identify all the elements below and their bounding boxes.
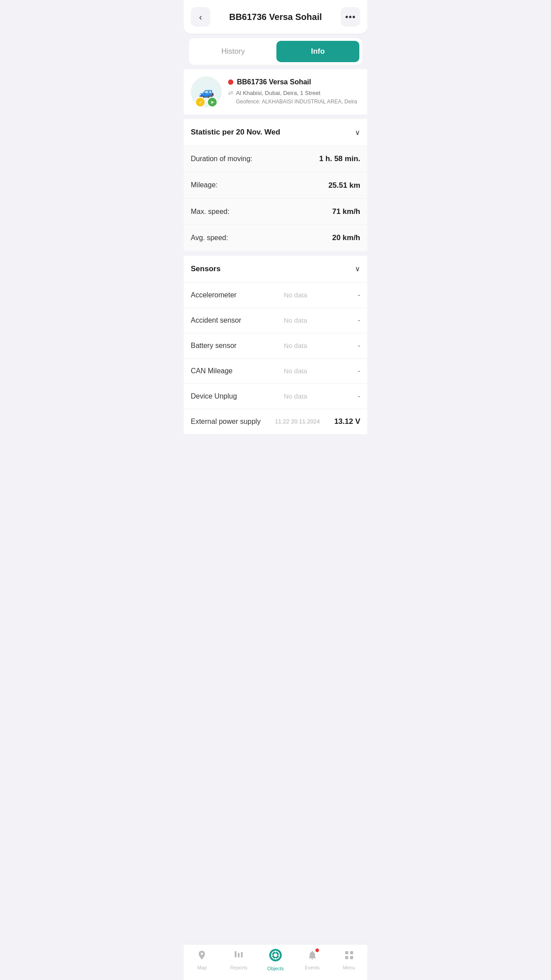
sensor-label: CAN Mileage — [191, 367, 248, 375]
sensor-value: - — [342, 341, 360, 350]
vehicle-name: BB61736 Versa Sohail — [237, 78, 311, 86]
location-row: ⇄ Al Khabisi, Dubai, Deira, 1 Street Geo… — [228, 89, 360, 106]
sensor-status: 11:22 20.11.2024 — [260, 418, 334, 425]
sensor-row: AccelerometerNo data- — [184, 283, 367, 308]
sensors-title: Sensors — [191, 265, 220, 273]
app-header: ‹ BB61736 Versa Sohail ••• — [184, 0, 367, 34]
sensor-status: No data — [248, 316, 342, 324]
mileage-label: Mileage: — [191, 180, 217, 190]
sensor-status: No data — [248, 342, 342, 349]
avg-speed-label: Avg. speed: — [191, 233, 228, 243]
badge-wrap: ✓ ➤ — [195, 97, 218, 107]
max-speed-label: Max. speed: — [191, 207, 229, 217]
sensor-value: - — [342, 291, 360, 300]
chevron-down-icon: ∨ — [355, 128, 360, 137]
geofence-text: Geofence: ALKHABAISI INDUSTRIAL AREA, De… — [236, 98, 357, 106]
sensor-status: No data — [248, 392, 342, 400]
sensor-value: 13.12 V — [334, 417, 360, 426]
statistic-section-header[interactable]: Statistic per 20 Nov. Wed ∨ — [184, 119, 367, 146]
max-speed-row: Max. speed: 71 km/h — [184, 199, 367, 225]
more-button[interactable]: ••• — [341, 7, 360, 27]
back-button[interactable]: ‹ — [191, 7, 210, 27]
sensor-value: - — [342, 367, 360, 375]
vehicle-info: BB61736 Versa Sohail ⇄ Al Khabisi, Dubai… — [228, 78, 360, 106]
page-title: BB61736 Versa Sohail — [210, 12, 341, 22]
tab-history[interactable]: History — [192, 41, 275, 62]
duration-value: 1 h. 58 min. — [319, 154, 360, 163]
sensor-label: Accelerometer — [191, 291, 248, 299]
badge-green-icon: ➤ — [207, 97, 218, 107]
sensor-row: CAN MileageNo data- — [184, 359, 367, 384]
status-dot-red — [228, 79, 233, 85]
max-speed-value: 71 km/h — [332, 207, 360, 216]
duration-row: Duration of moving: 1 h. 58 min. — [184, 146, 367, 172]
mileage-row: Mileage: 25.51 km — [184, 172, 367, 198]
swap-icon: ⇄ — [228, 89, 233, 96]
vehicle-icon-wrapper: 🚙 ✓ ➤ — [191, 76, 222, 107]
sensors-section: Sensors ∨ AccelerometerNo data-Accident … — [184, 256, 367, 434]
duration-label: Duration of moving: — [191, 154, 252, 164]
badge-yellow-icon: ✓ — [195, 97, 206, 107]
sensor-label: Accident sensor — [191, 316, 248, 324]
location-text: Al Khabisi, Dubai, Deira, 1 Street — [236, 89, 357, 98]
vehicle-card: 🚙 ✓ ➤ BB61736 Versa Sohail ⇄ Al Khabisi,… — [184, 69, 367, 115]
sensor-label: Battery sensor — [191, 342, 248, 350]
avg-speed-row: Avg. speed: 20 km/h — [184, 225, 367, 251]
statistic-title: Statistic per 20 Nov. Wed — [191, 128, 280, 137]
statistic-section: Statistic per 20 Nov. Wed ∨ Duration of … — [184, 119, 367, 251]
sensor-label: External power supply — [191, 418, 260, 426]
sensor-status: No data — [248, 367, 342, 375]
sensor-row: Device UnplugNo data- — [184, 384, 367, 409]
sensor-rows-container: AccelerometerNo data-Accident sensorNo d… — [184, 283, 367, 434]
sensor-row: Accident sensorNo data- — [184, 308, 367, 333]
sensor-value: - — [342, 392, 360, 401]
sensor-row: Battery sensorNo data- — [184, 333, 367, 359]
sensor-value: - — [342, 316, 360, 325]
mileage-value: 25.51 km — [328, 181, 360, 190]
sensor-label: Device Unplug — [191, 392, 248, 400]
sensor-row: External power supply11:22 20.11.202413.… — [184, 409, 367, 434]
sensors-section-header[interactable]: Sensors ∨ — [184, 256, 367, 283]
tab-switcher: History Info — [189, 38, 362, 65]
avg-speed-value: 20 km/h — [332, 233, 360, 242]
sensors-chevron-icon: ∨ — [355, 265, 360, 273]
tab-info[interactable]: Info — [276, 41, 359, 62]
sensor-status: No data — [248, 291, 342, 299]
vehicle-name-row: BB61736 Versa Sohail — [228, 78, 360, 86]
